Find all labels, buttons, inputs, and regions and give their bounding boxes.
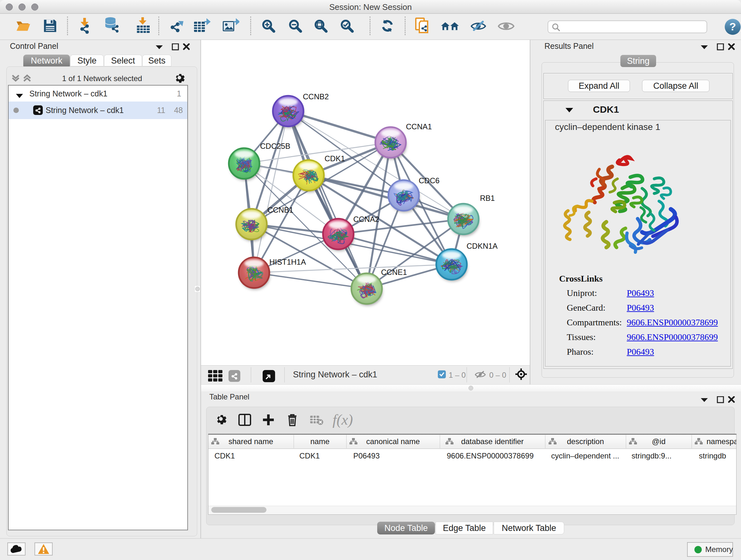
svg-text:CCNA1: CCNA1 — [406, 122, 432, 131]
svg-text:HIST1H1A: HIST1H1A — [269, 258, 306, 266]
svg-text:RB1: RB1 — [480, 194, 495, 202]
svg-text:CCNE1: CCNE1 — [381, 268, 407, 276]
svg-text:CDC6: CDC6 — [419, 176, 440, 185]
svg-text:CCNA2: CCNA2 — [353, 215, 379, 224]
svg-text:CDKN1A: CDKN1A — [467, 242, 497, 250]
svg-text:CCNB1: CCNB1 — [267, 206, 293, 214]
svg-text:CDK1: CDK1 — [325, 154, 345, 163]
svg-text:CCNB2: CCNB2 — [303, 92, 329, 101]
svg-text:CDC25B: CDC25B — [260, 142, 290, 150]
